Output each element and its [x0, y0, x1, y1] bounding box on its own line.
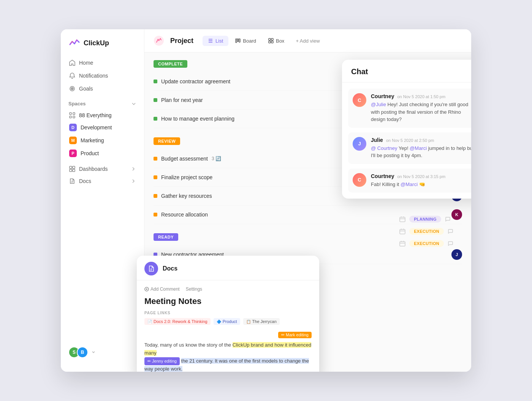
- mark-editing-area: ✏ Mark editing: [144, 331, 312, 340]
- product-link-icon: 🔷: [217, 320, 221, 324]
- page-link-jerrycan[interactable]: 📋 The Jerrycan: [243, 318, 280, 325]
- docs-icon: [69, 178, 75, 184]
- docs-actions: Add Comment Settings: [144, 286, 312, 292]
- chat-header: Chat: [342, 60, 471, 83]
- right-panel-row: EXECUTION: [399, 228, 453, 235]
- add-view-button[interactable]: + Add view: [291, 36, 324, 46]
- msg-text-1: @Julie Hey! Just checking if you're stil…: [371, 101, 471, 123]
- msg-content-2: Julie on Nov 5 2020 at 2:50 pm @ Courtne…: [371, 137, 471, 159]
- task-dot: [154, 80, 157, 83]
- marketing-badge: M: [69, 137, 77, 144]
- calendar-icon: [399, 228, 405, 234]
- courtney-avatar-2: C: [353, 173, 366, 187]
- dashboards-icon: [69, 166, 75, 172]
- julie-avatar: J: [353, 137, 366, 151]
- task-left: Resource allocation: [154, 212, 208, 218]
- home-label: Home: [79, 60, 93, 66]
- tab-list[interactable]: List: [203, 36, 228, 46]
- sidebar-item-development[interactable]: D Development: [61, 121, 144, 134]
- sidebar-item-product[interactable]: P Product: [61, 147, 144, 160]
- task-dot: [154, 98, 157, 102]
- task-dot: [154, 194, 157, 198]
- development-label: Development: [81, 124, 112, 130]
- docs-text-area: ✏ Mark editing Today, many of us know th…: [144, 331, 312, 372]
- sidebar-footer: S B: [61, 341, 144, 364]
- svg-rect-13: [238, 39, 239, 41]
- notifications-label: Notifications: [79, 73, 108, 79]
- view-tabs: List Board Box + Add view: [203, 36, 325, 46]
- chat-messages: C Courtney on Nov 5 2020 at 1:50 pm @Jul…: [342, 83, 471, 199]
- msg-content-1: Courtney on Nov 5 2020 at 1:50 pm @Julie…: [371, 93, 471, 123]
- mark-editing-badge[interactable]: ✏ Mark editing: [278, 332, 312, 338]
- msg-author-2: Julie: [371, 137, 383, 143]
- chat-panel: # Chat C Courtney on Nov 5 2020 at 1:50 …: [342, 60, 471, 199]
- goals-label: Goals: [79, 86, 93, 92]
- right-panel-row: PLANNING: [399, 216, 453, 223]
- sidebar-item-dashboards[interactable]: Dashboards: [65, 163, 140, 175]
- main-header: Project List Board Box + Add view: [144, 29, 471, 53]
- page-link-docs[interactable]: 📄 Docs 2.0: Rework & Thinking: [144, 318, 211, 325]
- tab-board[interactable]: Board: [230, 36, 261, 46]
- docs-file-icon: [148, 265, 155, 272]
- task-dot: [154, 175, 157, 179]
- jenny-editing-badge[interactable]: ✏ Jenny editing: [144, 357, 180, 366]
- svg-rect-10: [73, 169, 75, 172]
- add-comment-button[interactable]: Add Comment: [144, 286, 180, 292]
- svg-point-2: [72, 88, 73, 89]
- task-left: How to manage event planning: [154, 116, 234, 122]
- svg-rect-4: [73, 113, 75, 115]
- dashboards-chevron-icon: [131, 167, 136, 171]
- task-name[interactable]: How to manage event planning: [161, 116, 234, 122]
- svg-rect-8: [73, 166, 75, 169]
- page-link-product[interactable]: 🔷 Product: [214, 318, 240, 325]
- task-name[interactable]: Resource allocation: [161, 212, 208, 218]
- sidebar-nav: Home Notifications Goals: [61, 57, 144, 95]
- spaces-section-header: Spaces: [61, 95, 144, 110]
- sidebar-item-docs[interactable]: Docs: [65, 175, 140, 187]
- execution-tag-1: EXECUTION: [409, 228, 444, 235]
- tab-box[interactable]: Box: [263, 36, 290, 46]
- task-name[interactable]: Gather key resources: [161, 193, 212, 199]
- task-count: 3 🔄: [212, 156, 221, 161]
- msg-content-3: Courtney on Nov 5 2020 at 3:15 pm Fab! K…: [371, 173, 471, 188]
- sidebar-item-goals[interactable]: Goals: [65, 83, 140, 95]
- docs-text-before: Today, many of us know the story of the: [144, 342, 233, 348]
- planning-tag: PLANNING: [409, 216, 441, 223]
- task-assignee-avatar: K: [451, 209, 462, 220]
- user-chevron-icon[interactable]: [91, 350, 96, 355]
- docs-icon-button[interactable]: [144, 262, 158, 275]
- everything-label: 88 Everything: [79, 112, 112, 118]
- task-name[interactable]: Plan for next year: [161, 97, 203, 103]
- comment-icon: [448, 229, 453, 234]
- task-left: Update contractor agreement: [154, 78, 230, 84]
- clickup-logo-icon: [68, 37, 81, 49]
- sidebar-item-marketing[interactable]: M Marketing: [61, 134, 144, 147]
- svg-rect-19: [400, 217, 405, 222]
- courtney-avatar: C: [353, 93, 366, 107]
- svg-rect-16: [271, 38, 273, 40]
- right-panel-tags: PLANNING EXECUTION EXECUTION: [399, 216, 453, 247]
- sidebar: ClickUp Home Notifications Goals Spaces: [61, 29, 144, 372]
- notifications-icon: [69, 73, 75, 79]
- goals-icon: [69, 86, 75, 92]
- svg-rect-9: [70, 169, 72, 172]
- task-dot: [154, 117, 157, 121]
- app-container: ClickUp Home Notifications Goals Spaces: [61, 29, 471, 372]
- task-name[interactable]: Update contractor agreement: [161, 78, 230, 84]
- svg-rect-20: [400, 229, 405, 234]
- msg-author-3: Courtney: [371, 173, 394, 179]
- user-avatar-b: B: [77, 347, 88, 358]
- project-title: Project: [170, 37, 193, 45]
- sidebar-item-notifications[interactable]: Notifications: [65, 70, 140, 82]
- msg-time-1: on Nov 5 2020 at 1:50 pm: [397, 94, 445, 99]
- sidebar-item-everything[interactable]: 88 Everything: [61, 110, 144, 121]
- task-name[interactable]: Budget assessment: [161, 156, 208, 162]
- sidebar-item-home[interactable]: Home: [65, 57, 140, 69]
- marketing-label: Marketing: [81, 137, 104, 143]
- task-left: Plan for next year: [154, 97, 203, 103]
- settings-button[interactable]: Settings: [186, 286, 202, 292]
- sidebar-groups: Dashboards Docs: [61, 163, 144, 187]
- task-name[interactable]: Finalize project scope: [161, 174, 212, 180]
- jerrycan-link-icon: 📋: [246, 320, 251, 324]
- chat-message-1: C Courtney on Nov 5 2020 at 1:50 pm @Jul…: [348, 89, 471, 128]
